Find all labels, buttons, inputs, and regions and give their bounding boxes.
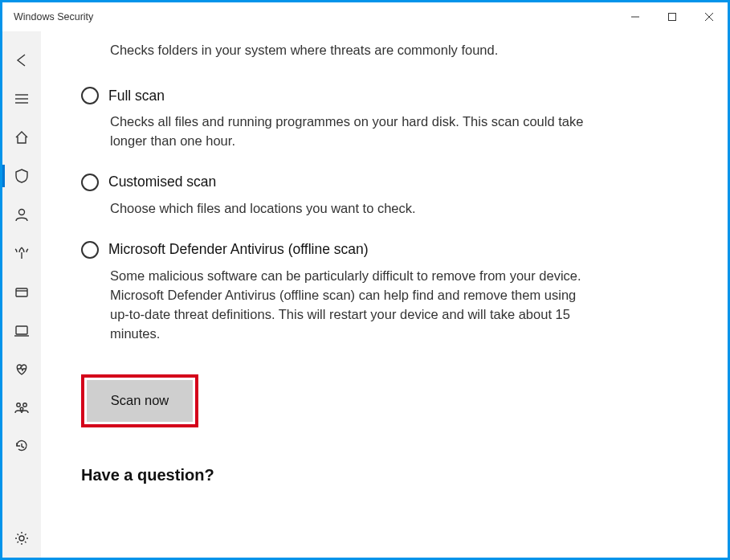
- previous-option-description: Checks folders in your system where thre…: [110, 41, 695, 59]
- nav-protection-history[interactable]: [2, 427, 41, 465]
- close-button[interactable]: [691, 2, 728, 31]
- main-content: Checks folders in your system where thre…: [41, 31, 728, 558]
- maximize-button[interactable]: [654, 2, 691, 31]
- window-title: Windows Security: [14, 11, 93, 22]
- svg-rect-1: [669, 14, 676, 21]
- svg-point-17: [19, 536, 24, 541]
- nav-device-performance[interactable]: [2, 349, 41, 388]
- svg-rect-8: [16, 288, 27, 296]
- scan-option-custom-title: Customised scan: [108, 174, 216, 190]
- device-security-icon: [14, 322, 30, 338]
- nav-virus-protection[interactable]: [2, 157, 41, 195]
- nav-app-browser[interactable]: [2, 272, 41, 311]
- scan-option-offline-desc: Some malicious software can be particula…: [110, 267, 584, 344]
- scan-option-custom: Customised scan Choose which files and l…: [81, 174, 695, 219]
- scan-option-custom-desc: Choose which files and locations you wan…: [110, 199, 584, 219]
- windows-security-window: Windows Security: [0, 0, 730, 560]
- nav-firewall[interactable]: [2, 234, 41, 272]
- nav-home[interactable]: [2, 118, 41, 157]
- svg-point-14: [20, 407, 23, 411]
- scan-now-highlight: Scan now: [81, 374, 198, 427]
- home-icon: [14, 129, 30, 145]
- nav-family-options[interactable]: [2, 388, 41, 427]
- account-icon: [14, 206, 30, 223]
- nav-menu[interactable]: [2, 80, 41, 118]
- history-icon: [14, 438, 30, 454]
- scan-now-button[interactable]: Scan now: [87, 380, 193, 422]
- minimize-button[interactable]: [617, 2, 654, 31]
- nav-account-protection[interactable]: [2, 195, 41, 234]
- scan-option-full-head[interactable]: Full scan: [81, 87, 695, 104]
- scan-option-full-title: Full scan: [108, 88, 165, 104]
- maximize-icon: [667, 12, 677, 22]
- svg-line-16: [22, 447, 24, 448]
- firewall-icon: [14, 245, 30, 261]
- scan-option-full-desc: Checks all files and running programmes …: [110, 112, 584, 151]
- gear-icon: [14, 530, 30, 546]
- scan-option-full: Full scan Checks all files and running p…: [81, 87, 695, 151]
- svg-point-12: [17, 403, 20, 407]
- radio-icon: [81, 174, 99, 191]
- have-a-question-heading: Have a question?: [81, 466, 695, 484]
- radio-icon: [81, 87, 99, 104]
- hamburger-icon: [14, 91, 30, 107]
- svg-rect-10: [16, 326, 27, 334]
- svg-point-7: [19, 210, 25, 215]
- sidebar: [2, 31, 41, 558]
- minimize-icon: [630, 12, 640, 22]
- scan-option-custom-head[interactable]: Customised scan: [81, 174, 695, 191]
- scan-option-offline: Microsoft Defender Antivirus (offline sc…: [81, 241, 695, 344]
- scan-option-offline-head[interactable]: Microsoft Defender Antivirus (offline sc…: [81, 241, 695, 259]
- heart-pulse-icon: [14, 361, 30, 377]
- titlebar: Windows Security: [2, 2, 728, 31]
- app-browser-icon: [14, 284, 30, 300]
- svg-point-13: [23, 403, 27, 407]
- close-icon: [704, 12, 714, 22]
- shield-icon: [14, 168, 30, 184]
- nav-device-security[interactable]: [2, 311, 41, 349]
- family-icon: [14, 399, 30, 415]
- scan-option-offline-title: Microsoft Defender Antivirus (offline sc…: [108, 241, 369, 258]
- back-arrow-icon: [14, 52, 30, 68]
- nav-back[interactable]: [2, 41, 41, 80]
- nav-settings[interactable]: [2, 519, 41, 558]
- radio-icon: [81, 241, 99, 259]
